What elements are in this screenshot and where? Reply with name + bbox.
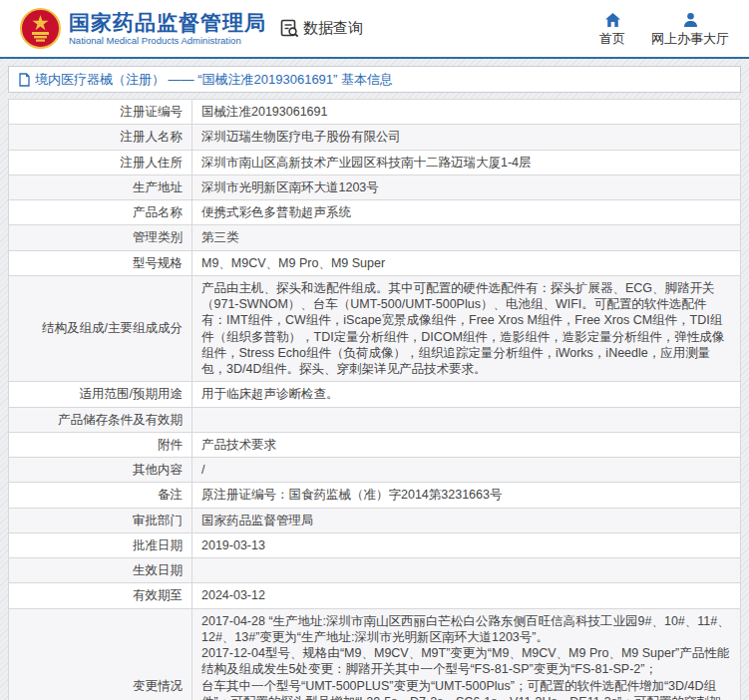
row-value: 便携式彩色多普勒超声系统	[192, 200, 741, 225]
row-value: 产品技术要求	[192, 432, 741, 457]
row-label: 适用范围/预期用途	[9, 382, 192, 407]
table-row: 备注原注册证编号：国食药监械（准）字2014第3231663号	[9, 483, 741, 508]
row-value: 用于临床超声诊断检查。	[192, 382, 741, 407]
row-value: 2024-03-12	[192, 583, 741, 608]
agency-logo[interactable]: 国家药品监督管理局 National Medical Products Admi…	[20, 8, 266, 49]
row-label: 结构及组成/主要组成成分	[9, 275, 192, 382]
table-row: 产品储存条件及有效期	[9, 407, 741, 432]
agency-name-zh: 国家药品监督管理局	[69, 11, 266, 35]
table-row: 注册证编号国械注准20193061691	[9, 100, 741, 125]
content-area: 境内医疗器械（注册） —— “国械注准20193061691” 基本信息 注册证…	[0, 59, 749, 700]
registration-info-table: 注册证编号国械注准20193061691注册人名称深圳迈瑞生物医疗电子股份有限公…	[8, 99, 741, 700]
row-label: 注册人名称	[9, 125, 192, 150]
nav-home-label: 首页	[599, 31, 625, 46]
row-label: 生产地址	[9, 175, 192, 199]
home-icon	[604, 12, 621, 28]
row-label: 变更情况	[9, 608, 192, 700]
table-row: 有效期至2024-03-12	[9, 583, 741, 608]
table-row: 注册人名称深圳迈瑞生物医疗电子股份有限公司	[9, 125, 741, 150]
table-row: 批准日期2019-03-13	[9, 532, 741, 557]
row-label: 有效期至	[9, 583, 192, 608]
table-row: 附件产品技术要求	[9, 432, 741, 457]
page: 国家药品监督管理局 National Medical Products Admi…	[0, 0, 749, 700]
table-row: 适用范围/预期用途用于临床超声诊断检查。	[9, 382, 741, 407]
row-value	[192, 407, 741, 432]
table-row: 变更情况2017-04-28 “生产地址:深圳市南山区西丽白芒松白公路东侧百旺信…	[9, 608, 741, 700]
row-label: 其他内容	[9, 458, 192, 483]
table-row: 生效日期	[9, 558, 741, 583]
table-row: 其他内容/	[9, 458, 741, 483]
row-label: 产品名称	[9, 200, 192, 225]
table-row: 管理类别第三类	[9, 225, 741, 250]
row-value	[192, 558, 741, 583]
table-row: 结构及组成/主要组成成分产品由主机、探头和选配件组成。其中可配置的硬件选配件有：…	[9, 275, 741, 382]
breadcrumb: 境内医疗器械（注册） —— “国械注准20193061691” 基本信息	[8, 66, 741, 93]
site-header: 国家药品监督管理局 National Medical Products Admi…	[0, 0, 749, 57]
data-query-button[interactable]: 数据查询	[280, 19, 363, 38]
nav-service-hall[interactable]: 网上办事大厅	[651, 12, 729, 46]
row-value: 产品由主机、探头和选配件组成。其中可配置的硬件选配件有：探头扩展器、ECG、脚踏…	[192, 275, 741, 382]
row-label: 产品储存条件及有效期	[9, 407, 192, 432]
table-row: 型号规格M9、M9CV、M9 Pro、M9 Super	[9, 250, 741, 275]
data-query-label: 数据查询	[303, 19, 363, 38]
table-row: 审批部门国家药品监督管理局	[9, 508, 741, 532]
row-label: 注册人住所	[9, 150, 192, 175]
row-label: 管理类别	[9, 225, 192, 250]
row-label: 注册证编号	[9, 100, 192, 125]
row-value: 深圳迈瑞生物医疗电子股份有限公司	[192, 125, 741, 150]
nav-home[interactable]: 首页	[599, 12, 625, 46]
row-value: 深圳市光明新区南环大道1203号	[192, 175, 741, 199]
national-emblem-icon	[20, 8, 61, 49]
row-label: 审批部门	[9, 508, 192, 532]
row-label: 备注	[9, 483, 192, 508]
nav-service-hall-label: 网上办事大厅	[651, 31, 729, 46]
row-value: 2019-03-13	[192, 532, 741, 557]
agency-name-en: National Medical Products Administration	[69, 35, 266, 47]
row-value: 深圳市南山区高新技术产业园区科技南十二路迈瑞大厦1-4层	[192, 150, 741, 175]
top-nav: 首页 网上办事大厅	[599, 12, 735, 46]
breadcrumb-text: 境内医疗器械（注册） —— “国械注准20193061691” 基本信息	[35, 71, 393, 89]
document-icon	[19, 73, 30, 87]
row-value: M9、M9CV、M9 Pro、M9 Super	[192, 250, 741, 275]
row-value: 第三类	[192, 225, 741, 250]
row-label: 型号规格	[9, 250, 192, 275]
table-row: 注册人住所深圳市南山区高新技术产业园区科技南十二路迈瑞大厦1-4层	[9, 150, 741, 175]
row-value: /	[192, 458, 741, 483]
row-value: 原注册证编号：国食药监械（准）字2014第3231663号	[192, 483, 741, 508]
row-value: 2017-04-28 “生产地址:深圳市南山区西丽白芒松白公路东侧百旺信高科技工…	[192, 608, 741, 700]
row-value: 国械注准20193061691	[192, 100, 741, 125]
row-label: 附件	[9, 432, 192, 457]
row-value: 国家药品监督管理局	[192, 508, 741, 532]
row-label: 批准日期	[9, 532, 192, 557]
info-table-body: 注册证编号国械注准20193061691注册人名称深圳迈瑞生物医疗电子股份有限公…	[9, 100, 741, 700]
data-query-icon	[280, 19, 299, 38]
agency-titles: 国家药品监督管理局 National Medical Products Admi…	[69, 11, 266, 47]
table-row: 产品名称便携式彩色多普勒超声系统	[9, 200, 741, 225]
person-icon	[682, 12, 699, 28]
row-label: 生效日期	[9, 558, 192, 583]
table-row: 生产地址深圳市光明新区南环大道1203号	[9, 175, 741, 199]
